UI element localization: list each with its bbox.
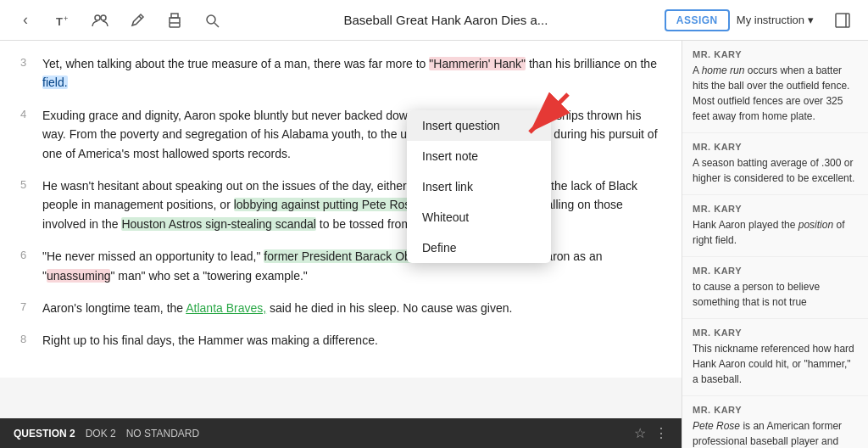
text-tool-button[interactable]: T+ — [47, 5, 78, 36]
sidebar-block-2: MR. KARY Hank Aaron played the position … — [682, 195, 868, 257]
sidebar-text-5: Pete Rose is an American former professi… — [693, 418, 858, 448]
right-sidebar: MR. KARY A home run occurs when a batter… — [682, 41, 868, 448]
sidebar-block-1: MR. KARY A season batting average of .30… — [682, 133, 868, 195]
my-instruction-label: My instruction — [737, 14, 804, 26]
sidebar-label-5: MR. KARY — [693, 405, 858, 415]
highlight-unassuming: unassuming — [47, 269, 111, 283]
sidebar-label-3: MR. KARY — [693, 266, 858, 276]
svg-rect-8 — [836, 14, 849, 27]
para-num-6: 6 — [20, 247, 34, 285]
svg-rect-4 — [170, 23, 180, 27]
panel-toggle-button[interactable] — [827, 5, 858, 36]
top-nav: ‹ T+ Baseball Great Hank Aaron Dies a...… — [0, 0, 868, 41]
svg-rect-5 — [171, 14, 178, 18]
para-num-8: 8 — [20, 331, 34, 350]
search-button[interactable] — [197, 5, 227, 36]
star-icon[interactable]: ☆ — [634, 425, 646, 441]
para-text-3: Yet, when talking about the true measure… — [42, 54, 661, 92]
svg-point-2 — [95, 15, 100, 20]
my-instruction-dropdown[interactable]: My instruction ▾ — [737, 14, 814, 26]
sidebar-text-0: A home run occurs when a batter hits the… — [693, 63, 858, 124]
sidebar-block-5: MR. KARY Pete Rose is an American former… — [682, 396, 868, 448]
standard-label: NO STANDARD — [126, 428, 199, 440]
para-num-7: 7 — [20, 299, 34, 317]
highlight-astros: Houston Astros sign-stealing scandal — [121, 217, 316, 231]
question-bar: QUESTION 2 DOK 2 NO STANDARD ☆ ⋮ — [0, 418, 682, 448]
svg-point-6 — [207, 15, 215, 24]
assign-button[interactable]: ASSIGN — [665, 9, 730, 31]
sidebar-label-1: MR. KARY — [693, 142, 858, 152]
para-num-4: 4 — [20, 106, 34, 163]
sidebar-text-3: to cause a person to believe something t… — [693, 279, 858, 310]
print-button[interactable] — [159, 5, 190, 36]
para-text-8: Right up to his final days, the Hammer w… — [42, 331, 378, 350]
back-button[interactable]: ‹ — [10, 5, 41, 36]
para-text-4: Exuding grace and dignity, Aaron spoke b… — [42, 106, 661, 163]
sidebar-label-0: MR. KARY — [693, 49, 858, 59]
question-bar-icons: ☆ ⋮ — [634, 425, 668, 441]
highlight-hammerin-hank: "Hammerin' Hank" — [429, 57, 526, 70]
sidebar-block-0: MR. KARY A home run occurs when a batter… — [682, 41, 868, 133]
para-num-5: 5 — [20, 176, 34, 233]
context-menu-define[interactable]: Define — [407, 232, 551, 263]
para-num-3: 3 — [20, 54, 34, 92]
para-text-6: "He never missed an opportunity to lead,… — [42, 247, 661, 285]
article-wrapper: 3 Yet, when talking about the true measu… — [0, 41, 682, 448]
highlight-field: field. — [42, 76, 68, 89]
svg-text:+: + — [64, 14, 68, 23]
context-menu: Insert question Insert note Insert link … — [407, 110, 551, 263]
context-menu-insert-question[interactable]: Insert question — [407, 110, 551, 141]
svg-point-3 — [101, 15, 106, 20]
paragraph-5: 5 He wasn't hesitant about speaking out … — [20, 176, 661, 233]
context-menu-insert-note[interactable]: Insert note — [407, 141, 551, 171]
paragraph-8: 8 Right up to his final days, the Hammer… — [20, 331, 661, 350]
article-area: 3 Yet, when talking about the true measu… — [0, 41, 682, 378]
paragraph-7: 7 Aaron's longtime team, the Atlanta Bra… — [20, 299, 661, 317]
main-layout: 3 Yet, when talking about the true measu… — [0, 41, 868, 448]
more-options-icon[interactable]: ⋮ — [654, 425, 668, 441]
sidebar-label-2: MR. KARY — [693, 204, 858, 214]
context-menu-insert-link[interactable]: Insert link — [407, 171, 551, 202]
compose-button[interactable] — [122, 5, 153, 36]
paragraph-6: 6 "He never missed an opportunity to lea… — [20, 247, 661, 285]
people-button[interactable] — [85, 5, 115, 36]
context-menu-whiteout[interactable]: Whiteout — [407, 202, 551, 232]
svg-line-7 — [214, 23, 219, 27]
sidebar-block-4: MR. KARY This nickname referenced how ha… — [682, 319, 868, 396]
sidebar-label-4: MR. KARY — [693, 328, 858, 338]
chevron-down-icon: ▾ — [808, 14, 814, 26]
svg-text:T: T — [56, 15, 63, 28]
para-text-7: Aaron's longtime team, the Atlanta Brave… — [42, 299, 512, 317]
sidebar-text-1: A season batting average of .300 or high… — [693, 155, 858, 186]
para-text-5: He wasn't hesitant about speaking out on… — [42, 176, 661, 233]
highlight-atlanta-braves: Atlanta Braves, — [186, 301, 266, 315]
article-title: Baseball Great Hank Aaron Dies a... — [234, 13, 658, 27]
paragraph-4: 4 Exuding grace and dignity, Aaron spoke… — [20, 106, 661, 163]
sidebar-text-2: Hank Aaron played the position of right … — [693, 217, 858, 248]
sidebar-block-3: MR. KARY to cause a person to believe so… — [682, 257, 868, 319]
dok-label: DOK 2 — [86, 428, 116, 440]
question-label: QUESTION 2 — [14, 428, 75, 440]
paragraph-3: 3 Yet, when talking about the true measu… — [20, 54, 661, 92]
sidebar-text-4: This nickname referenced how hard Hank A… — [693, 341, 858, 387]
